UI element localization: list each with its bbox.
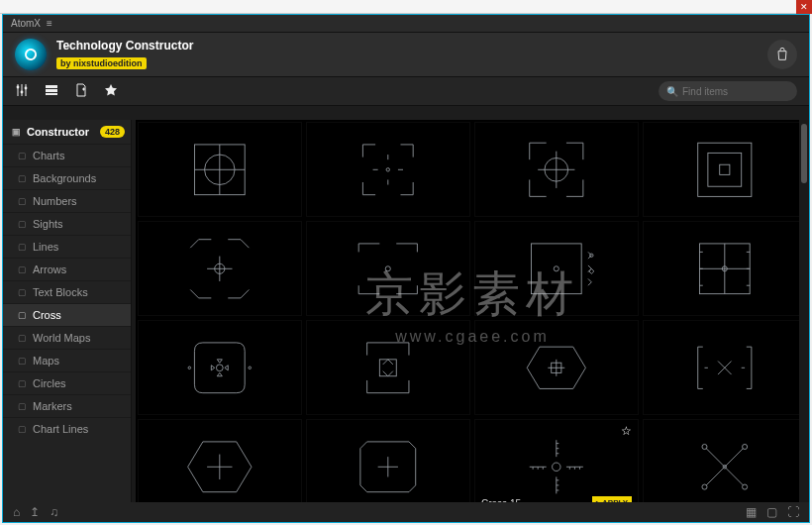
svg-rect-11 [708, 153, 742, 186]
folder-icon: ▢ [17, 424, 27, 434]
preset-cell[interactable]: Cross 15 ☆ ▸ APPLY [474, 419, 639, 502]
sidebar-item-label: Numbers [33, 195, 77, 207]
preset-cell[interactable] [306, 122, 470, 217]
svg-point-26 [702, 444, 707, 449]
author-badge[interactable]: by nixstudioedition [56, 57, 147, 69]
app-window: ✕ AtomX ≡ Technology Constructor by nixs… [0, 0, 812, 525]
svg-point-1 [21, 90, 24, 93]
layers-icon[interactable] [45, 83, 58, 100]
count-badge: 428 [100, 126, 125, 138]
sidebar-item-chart-lines[interactable]: ▢Chart Lines [3, 417, 131, 440]
svg-point-25 [553, 463, 560, 471]
folder-icon: ▢ [17, 219, 27, 229]
svg-point-8 [386, 167, 389, 170]
folder-icon: ▢ [17, 151, 27, 160]
folder-icon: ▢ [17, 264, 27, 274]
folder-icon: ▢ [17, 310, 27, 320]
svg-point-22 [249, 367, 252, 369]
preset-cell[interactable] [643, 320, 807, 415]
sidebar-item-label: Sights [33, 218, 63, 230]
preset-cell[interactable] [474, 122, 639, 217]
svg-point-2 [25, 86, 28, 89]
panel-tab-label[interactable]: AtomX [11, 18, 41, 29]
sidebar-item-label: Chart Lines [33, 423, 88, 435]
fullscreen-icon[interactable]: ⛶ [787, 505, 799, 519]
sidebar-item-label: Markers [33, 400, 72, 412]
sidebar-item-markers[interactable]: ▢Markers [3, 394, 131, 417]
scrollbar-thumb[interactable] [801, 124, 807, 183]
sidebar-root-label: Constructor [27, 126, 89, 138]
sidebar-item-label: Cross [33, 309, 61, 321]
preview-grid: Cross 15 ☆ ▸ APPLY [136, 120, 809, 502]
sidebar-item-label: Lines [33, 241, 58, 253]
folder-icon: ▢ [17, 196, 27, 206]
svg-point-0 [17, 85, 20, 88]
grid-small-icon[interactable]: ▦ [746, 505, 757, 519]
sidebar-item-label: Charts [33, 150, 64, 161]
svg-rect-3 [46, 85, 57, 88]
folder-icon: ▢ [17, 401, 27, 411]
preview-grid-wrap: Cross 15 ☆ ▸ APPLY 京影素材 www.cgaee.com [132, 120, 809, 502]
sliders-icon[interactable] [15, 83, 29, 100]
sidebar-item-circles[interactable]: ▢Circles [3, 371, 131, 394]
preset-cell[interactable] [306, 419, 470, 502]
star-icon[interactable] [104, 83, 118, 100]
svg-rect-4 [46, 89, 57, 92]
grid-large-icon[interactable]: ▢ [766, 505, 777, 519]
folder-icon: ▢ [17, 173, 27, 183]
audio-icon[interactable]: ♫ [50, 505, 58, 519]
preset-cell[interactable] [643, 419, 807, 502]
preset-cell[interactable] [306, 320, 470, 415]
svg-point-21 [188, 367, 191, 369]
preset-cell[interactable] [138, 419, 302, 502]
sidebar-root[interactable]: ▣ Constructor 428 [3, 120, 131, 144]
svg-point-14 [385, 265, 390, 270]
preset-cell[interactable] [138, 320, 302, 415]
sidebar-item-numbers[interactable]: ▢Numbers [3, 189, 131, 212]
search-field[interactable]: 🔍 [659, 81, 797, 101]
export-icon[interactable]: ↥ [30, 505, 40, 519]
preset-cell[interactable] [643, 221, 807, 316]
svg-rect-23 [380, 360, 397, 376]
sidebar-item-world-maps[interactable]: ▢World Maps [3, 326, 131, 349]
search-input[interactable] [682, 86, 789, 97]
sidebar-item-label: Circles [33, 377, 66, 389]
sidebar-item-lines[interactable]: ▢Lines [3, 235, 131, 258]
preset-cell[interactable] [138, 221, 302, 316]
sidebar-item-charts[interactable]: ▢Charts [3, 144, 131, 166]
svg-rect-12 [720, 164, 730, 174]
svg-point-16 [554, 265, 558, 270]
header: Technology Constructor by nixstudioediti… [3, 33, 809, 76]
preset-cell[interactable] [643, 122, 807, 217]
product-logo [15, 39, 47, 70]
svg-point-29 [743, 484, 748, 489]
folder-icon: ▢ [17, 333, 27, 343]
panel-menu-icon[interactable]: ≡ [47, 18, 52, 29]
sidebar-item-arrows[interactable]: ▢Arrows [3, 258, 131, 280]
window-chrome [0, 0, 812, 14]
preset-cell[interactable] [306, 221, 470, 316]
svg-rect-10 [698, 143, 752, 196]
sidebar-item-backgrounds[interactable]: ▢Backgrounds [3, 166, 131, 189]
folder-icon: ▢ [17, 287, 27, 297]
sidebar: ▣ Constructor 428 ▢Charts ▢Backgrounds ▢… [3, 120, 132, 502]
new-doc-icon[interactable] [74, 83, 88, 100]
svg-point-28 [702, 484, 707, 489]
sidebar-item-maps[interactable]: ▢Maps [3, 349, 131, 371]
svg-rect-5 [46, 93, 57, 95]
sidebar-item-text-blocks[interactable]: ▢Text Blocks [3, 280, 131, 303]
preset-cell[interactable] [138, 122, 302, 217]
toolbar: 🔍 [3, 76, 809, 106]
svg-point-20 [217, 365, 224, 371]
favorite-star-icon[interactable]: ☆ [621, 424, 632, 438]
folder-icon: ▢ [17, 356, 27, 366]
preset-cell[interactable] [474, 221, 639, 316]
sidebar-item-cross[interactable]: ▢Cross [3, 303, 131, 326]
preset-cell[interactable] [474, 320, 639, 415]
sidebar-item-sights[interactable]: ▢Sights [3, 212, 131, 235]
atomx-panel: AtomX ≡ Technology Constructor by nixstu… [2, 14, 810, 523]
window-close-button[interactable]: ✕ [796, 0, 812, 14]
scrollbar-vertical[interactable] [799, 120, 809, 502]
home-icon[interactable]: ⌂ [13, 505, 20, 519]
cart-button[interactable] [767, 40, 797, 69]
